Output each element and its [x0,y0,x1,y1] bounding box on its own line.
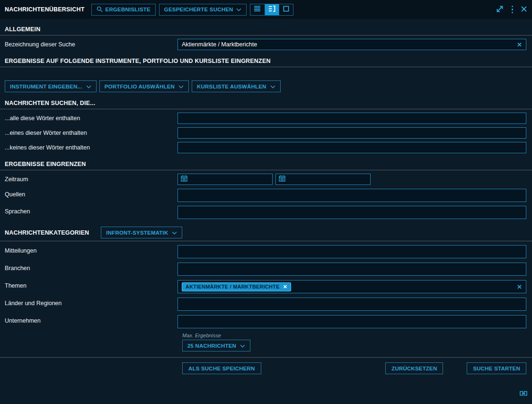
ergebnisliste-button[interactable]: ERGEBNISLISTE [91,4,156,16]
portfolio-auswaehlen-label: PORTFOLIO AUSWÄHLEN [105,84,175,89]
kursliste-auswaehlen-label: KURSLISTE AUSWÄHLEN [197,84,266,89]
alle-woerter-label: ...alle diese Wörter enthalten [0,113,177,124]
sprachen-label: Sprachen [0,206,177,217]
themen-row: Themen AKTIENMÄRKTE / MARKTBERICHTE ✕ ✕ [0,280,532,293]
section-kategorien-header: NACHRICHTENKATEGORIEN INFRONT-SYSTEMATIK [0,219,532,241]
mitteilungen-input[interactable] [177,245,526,258]
clear-icon[interactable]: ✕ [514,42,522,48]
keines-woerter-input[interactable] [177,142,526,153]
keines-woerter-row: ...keines dieser Wörter enthalten [0,142,532,153]
instrument-eingeben-dropdown[interactable]: INSTRUMENT EINGEBEN... [5,80,97,92]
calendar-icon [279,175,285,184]
themen-tag-chip[interactable]: AKTIENMÄRKTE / MARKTBERICHTE ✕ [182,282,291,291]
list-view-icon [254,6,261,13]
split-view-button[interactable] [265,4,279,15]
eines-woerter-row: ...eines dieser Wörter enthalten [0,127,532,139]
eines-woerter-label: ...eines dieser Wörter enthalten [0,127,177,139]
sprachen-input[interactable] [177,206,526,219]
zeitraum-row: Zeitraum [0,174,532,185]
mitteilungen-row: Mitteilungen [0,245,532,258]
portfolio-auswaehlen-dropdown[interactable]: PORTFOLIO AUSWÄHLEN [99,80,189,92]
instrument-eingeben-label: INSTRUMENT EINGEBEN... [10,84,82,89]
bezeichnung-value: Aktienmärkte / Marktberichte [182,41,514,48]
eines-woerter-input[interactable] [177,127,526,139]
footer-separator [0,357,532,358]
gespeicherte-suchen-dropdown[interactable]: GESPEICHERTE SUCHEN [159,4,247,16]
unternehmen-label: Unternehmen [0,315,177,326]
laender-row: Länder und Regionen [0,298,532,311]
chevron-down-icon [172,230,177,236]
themen-label: Themen [0,280,177,291]
quellen-input[interactable] [177,189,526,202]
ergebnisliste-button-label: ERGEBNISLISTE [106,7,151,12]
instrumente-dropdown-row: INSTRUMENT EINGEBEN... PORTFOLIO AUSWÄHL… [0,80,532,92]
unternehmen-input[interactable] [177,315,526,328]
sprachen-row: Sprachen [0,206,532,219]
bezeichnung-row: Bezeichnung dieser Suche Aktienmärkte / … [0,39,532,50]
footer-button-row: ALS SUCHE SPEICHERN ZURÜCKSETZEN SUCHE S… [0,362,532,374]
chevron-down-icon [178,84,184,89]
section-eingrenzen-title: ERGEBNISSE EINGRENZEN [5,161,86,167]
systematik-label: INFRONT-SYSTEMATIK [106,230,168,236]
mitteilungen-label: Mitteilungen [0,245,177,256]
save-search-button[interactable]: ALS SUCHE SPEICHERN [182,362,261,374]
keines-woerter-label: ...keines dieser Wörter enthalten [0,142,177,153]
section-allgemein-title: ALLGEMEIN [5,26,40,33]
start-search-button[interactable]: SUCHE STARTEN [467,362,526,374]
section-allgemein-header: ALLGEMEIN [0,19,532,35]
section-instrumente-header: ERGEBNISSE AUF FOLGENDE INSTRUMENTE, POR… [0,50,532,67]
kebab-menu-icon [512,6,514,14]
list-view-button[interactable] [250,4,265,15]
zeitraum-von-input[interactable] [177,174,273,185]
section-suche-header: NACHRICHTEN SUCHEN, DIE... [0,92,532,109]
view-toggle-group [250,4,293,16]
max-ergebnisse-value: 25 NACHRICHTEN [187,343,236,349]
quellen-row: Quellen [0,189,532,202]
zeitraum-bis-input[interactable] [275,174,371,185]
branchen-input[interactable] [177,263,526,276]
section-eingrenzen-header: ERGEBNISSE EINGRENZEN [0,153,532,170]
window-titlebar: NACHRICHTENÜBERSICHT ERGEBNISLISTE GESPE… [0,0,532,19]
reset-button[interactable]: ZURÜCKSETZEN [385,362,443,374]
laender-label: Länder und Regionen [0,298,177,309]
bezeichnung-label: Bezeichnung dieser Suche [0,39,177,50]
section-instrumente-title: ERGEBNISSE AUF FOLGENDE INSTRUMENTE, POR… [5,58,271,64]
themen-input[interactable]: AKTIENMÄRKTE / MARKTBERICHTE ✕ ✕ [177,280,526,293]
themen-tag-label: AKTIENMÄRKTE / MARKTBERICHTE [186,284,280,290]
close-button[interactable] [521,6,527,14]
window-title: NACHRICHTENÜBERSICHT [5,6,85,13]
link-icon[interactable] [520,389,527,398]
branchen-label: Branchen [0,263,177,274]
chevron-down-icon [236,7,241,12]
titlebar-actions [496,5,528,15]
section-kategorien-title: NACHRICHTENKATEGORIEN [5,229,89,236]
kebab-menu-button[interactable] [512,6,514,14]
close-icon [521,6,527,14]
section-suche-title: NACHRICHTEN SUCHEN, DIE... [5,100,95,106]
quellen-label: Quellen [0,189,177,200]
max-ergebnisse-label: Max. Ergebnisse [182,333,532,338]
expand-button[interactable] [496,5,504,15]
zeitraum-label: Zeitraum [0,174,177,185]
chevron-down-icon [86,84,91,89]
bezeichnung-input[interactable]: Aktienmärkte / Marktberichte ✕ [177,39,526,50]
clear-icon[interactable]: ✕ [514,284,522,290]
kursliste-auswaehlen-dropdown[interactable]: KURSLISTE AUSWÄHLEN [192,80,280,92]
split-view-icon [268,6,275,13]
chip-remove-icon[interactable]: ✕ [283,284,287,290]
alle-woerter-input[interactable] [177,113,526,124]
chevron-down-icon [270,84,275,89]
chevron-down-icon [240,343,245,349]
card-view-button[interactable] [279,4,293,15]
card-view-icon [283,6,289,13]
calendar-icon [181,175,187,184]
systematik-dropdown[interactable]: INFRONT-SYSTEMATIK [101,227,182,238]
search-icon [97,6,103,13]
unternehmen-row: Unternehmen [0,315,532,328]
gespeicherte-suchen-label: GESPEICHERTE SUCHEN [164,7,233,12]
laender-input[interactable] [177,298,526,311]
max-ergebnisse-dropdown[interactable]: 25 NACHRICHTEN [182,340,250,351]
branchen-row: Branchen [0,263,532,276]
alle-woerter-row: ...alle diese Wörter enthalten [0,113,532,124]
expand-icon [496,5,504,15]
